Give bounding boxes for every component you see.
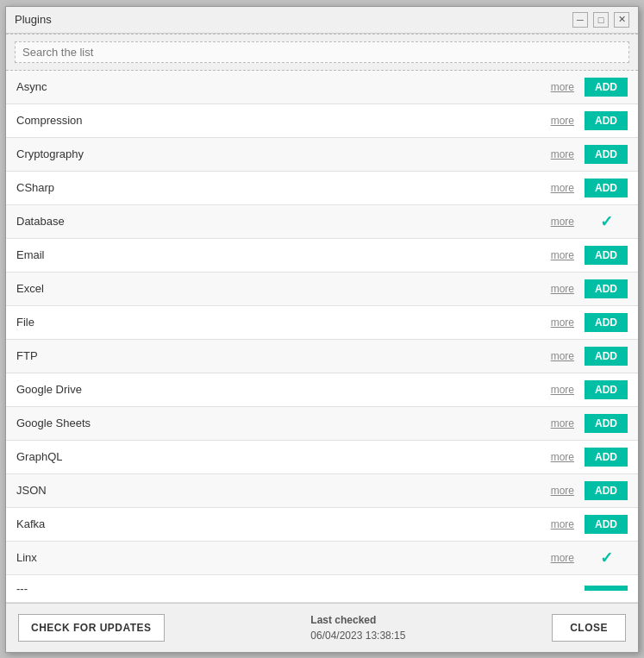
title-bar: Plugins ─ □ ✕ (6, 7, 638, 34)
plugin-more-link[interactable]: more (551, 81, 574, 93)
plugin-row: CompressionmoreADD (6, 104, 638, 138)
minimize-button[interactable]: ─ (572, 12, 588, 28)
plugin-name: Google Sheets (16, 417, 551, 429)
plugin-more-link[interactable]: more (551, 384, 574, 396)
plugin-add-button[interactable]: ADD (585, 380, 628, 399)
plugin-installed-check: ✓ (585, 212, 628, 231)
window-controls: ─ □ ✕ (572, 12, 629, 28)
plugin-row: FilemoreADD (6, 306, 638, 340)
plugin-add-button[interactable]: ADD (585, 246, 628, 265)
plugin-add-button[interactable]: ADD (585, 414, 628, 433)
plugin-more-link[interactable]: more (551, 249, 574, 261)
plugin-name: Database (16, 215, 551, 228)
plugin-name: CSharp (16, 181, 551, 194)
plugin-name: File (16, 316, 551, 329)
plugin-row: JSONmoreADD (6, 474, 638, 508)
plugin-add-button[interactable]: ADD (585, 279, 628, 298)
plugin-row: Google DrivemoreADD (6, 373, 638, 407)
plugin-row: FTPmoreADD (6, 340, 638, 373)
plugin-add-button[interactable]: ADD (585, 111, 628, 130)
plugin-add-button[interactable]: ADD (585, 515, 628, 534)
plugin-row: ExcelmoreADD (6, 273, 638, 306)
plugin-list: AsyncmoreADDCompressionmoreADDCryptograp… (6, 71, 638, 603)
plugin-add-button[interactable]: ADD (585, 448, 628, 467)
plugin-row: Linxmore✓ (6, 542, 638, 575)
plugin-name: Cryptography (16, 147, 551, 160)
plugin-add-button[interactable]: ADD (585, 179, 628, 197)
plugin-name: Compression (16, 114, 551, 127)
close-button[interactable]: CLOSE (552, 614, 626, 642)
plugin-partial-bar (585, 586, 628, 591)
plugin-installed-check: ✓ (585, 548, 628, 567)
plugin-name: JSON (16, 484, 551, 497)
plugin-more-link[interactable]: more (551, 451, 574, 463)
plugin-row: CSharpmoreADD (6, 172, 638, 205)
plugin-more-link[interactable]: more (551, 485, 574, 497)
maximize-button[interactable]: □ (593, 12, 609, 28)
plugin-more-link[interactable]: more (551, 350, 574, 362)
plugin-row: GraphQLmoreADD (6, 441, 638, 474)
plugin-row: EmailmoreADD (6, 239, 638, 273)
search-area (6, 34, 638, 71)
plugin-add-button[interactable]: ADD (585, 313, 628, 332)
plugin-more-link[interactable]: more (551, 552, 574, 564)
plugin-add-button[interactable]: ADD (585, 347, 628, 366)
plugin-row: Google SheetsmoreADD (6, 407, 638, 441)
plugin-more-link[interactable]: more (551, 182, 574, 194)
plugin-name: Linx (16, 551, 551, 564)
window-close-button[interactable]: ✕ (614, 12, 629, 28)
plugin-name: Email (16, 248, 551, 261)
plugin-name: --- (16, 582, 585, 595)
plugin-name: Kafka (16, 517, 551, 530)
plugin-row: CryptographymoreADD (6, 138, 638, 172)
plugin-row: Databasemore✓ (6, 205, 638, 239)
plugin-row: AsyncmoreADD (6, 71, 638, 104)
footer: CHECK FOR UPDATES Last checked 06/04/202… (6, 603, 638, 652)
plugin-row: KafkamoreADD (6, 508, 638, 542)
plugin-more-link[interactable]: more (551, 283, 574, 295)
plugin-more-link[interactable]: more (551, 316, 574, 329)
plugin-add-button[interactable]: ADD (585, 78, 628, 97)
plugin-more-link[interactable]: more (551, 148, 574, 160)
plugin-more-link[interactable]: more (551, 216, 574, 228)
plugin-name: FTP (16, 349, 551, 362)
check-updates-button[interactable]: CHECK FOR UPDATES (18, 614, 165, 642)
last-checked-info: Last checked 06/04/2023 13:38:15 (310, 612, 405, 643)
plugin-more-link[interactable]: more (551, 115, 574, 127)
last-checked-label: Last checked (310, 612, 405, 628)
plugins-window: Plugins ─ □ ✕ AsyncmoreADDCompressionmor… (5, 6, 639, 653)
plugin-add-button[interactable]: ADD (585, 481, 628, 500)
plugin-name: GraphQL (16, 450, 551, 463)
plugin-row: --- (6, 575, 638, 603)
plugin-name: Async (16, 80, 551, 93)
search-input[interactable] (15, 41, 629, 63)
plugin-name: Excel (16, 282, 551, 295)
plugin-more-link[interactable]: more (551, 417, 574, 429)
window-title: Plugins (15, 13, 52, 26)
plugin-add-button[interactable]: ADD (585, 145, 628, 164)
plugin-more-link[interactable]: more (551, 518, 574, 530)
last-checked-value: 06/04/2023 13:38:15 (310, 628, 405, 643)
plugin-name: Google Drive (16, 383, 551, 396)
